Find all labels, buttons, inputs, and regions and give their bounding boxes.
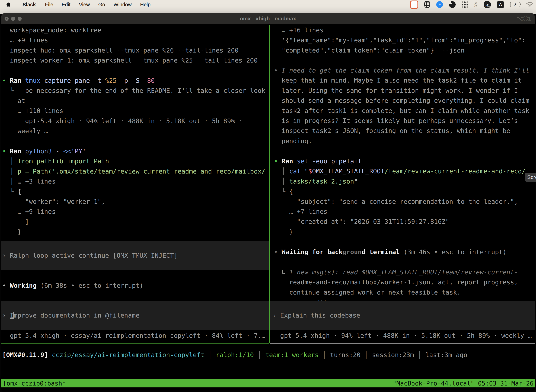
text-run: (3m 46s • esc to interrupt) [404,248,507,256]
terminal-line: › Ralph loop active continue [OMX_TMUX_I… [2,250,178,261]
zoom-button[interactable] [18,17,22,21]
text-run: " [354,178,358,185]
text-run: session:23m [372,351,414,359]
terminal-line: … +110 lines [2,106,265,116]
left-pane-ran-python: • Ran python3 - <<'PY' │ from pathlib im… [2,146,265,237]
text-run: cat [289,168,305,175]
text-run: capture-pane [44,77,94,84]
terminal-line: └ { [2,187,265,196]
left-prompt-input[interactable]: › Improve documentation in @filename [1,301,269,330]
text-run: OMX_TEAM_STATE_ROOT [312,168,385,175]
terminal-line: • Ran python3 - <<'PY' [2,146,265,156]
terminal-line: should send a message before completing … [274,96,529,106]
text-run: workspace_mode: worktree [2,27,101,34]
text-run: continue assigned work or next feasible … [274,289,461,296]
terminal-line: │ p = Path('.omx/state/team/review-curre… [2,166,265,176]
text-run: … +3 lines [18,178,56,185]
chat-app-icon[interactable] [410,0,418,9]
keyboard-shield-icon[interactable] [424,1,430,8]
terminal-line: gpt-5.4 xhigh · 94% left · 488K in · 5.1… [2,116,265,126]
text-run: Explain this codebase [280,312,360,319]
text-run: tasks/task-2.json [289,178,354,185]
right-model-status-line: gpt-5.4 xhigh · 94% left · 488K in · 5.1… [273,331,532,341]
text-run: Ralph loop active continue [OMX_TMUX_INJ… [10,252,178,259]
menu-item-window[interactable]: Window [109,2,136,8]
tmux-session-window[interactable]: [omx-cczip0:bash* [3,379,66,387]
terminal-line: later. Using the same for transition mig… [274,85,529,96]
text-run: $ [308,168,312,175]
text-run: /team/review-current-readme-and-reco/ [385,168,526,175]
window-title: omx --xhigh --madmax [240,16,296,22]
menu-item-go[interactable]: Go [94,2,109,8]
text-run: • [274,158,282,165]
text-run: Ran [282,158,297,165]
battery-charging-icon[interactable]: ⚡ [510,2,520,7]
terminal-line: inspect task2's JSON, focusing on the st… [274,126,529,136]
text-run: Ran [10,148,25,155]
menu-item-app[interactable]: Slack [18,2,41,8]
terminal-line: readme-and-reco/mailbox/worker-1.json, a… [274,277,518,287]
left-working-status: • Working (6m 38s • esc to interrupt) [2,280,143,290]
text-run: weekly … [2,127,48,135]
text-run: │ [254,351,265,359]
left-model-status-line: gpt-5.4 xhigh · essay/ai-reimplementatio… [2,331,265,341]
terminal-line: task2 after task1 is complete, but can I… [274,106,529,116]
pane-divider-vertical[interactable] [269,25,270,343]
messenger-icon[interactable]: ⚡ [436,1,443,8]
terminal-line: pending. [274,136,529,146]
text-run: • [2,148,10,155]
terminal-line: "subject": "send a concise recommendatio… [274,196,526,206]
terminal-line: at [2,96,265,106]
tmux-host-clock: "MacBook-Pro-44.local" 05:03 31-Mar-26 [393,379,534,387]
text-run: set [297,158,312,165]
terminal-line: › Explain this codebase [273,310,360,320]
window-shortcut-badge: ⌥⌘1 [517,15,531,22]
text-run: … +110 lines [2,107,63,114]
grid-dots-icon[interactable] [462,1,468,8]
text-run: %25 [105,77,120,84]
text-run: task2 after task1 is complete, but can I… [274,107,529,114]
pane-border-bottom-left [1,343,269,344]
text-run: [OMX#0.11.9] [2,351,48,359]
menu-item-view[interactable]: View [75,2,94,8]
text-run: ralph:1/10 [216,351,254,359]
disk-usage-icon[interactable] [449,1,456,8]
text-run: be necessary for the end of the README. … [25,87,265,94]
terminal-line: │ cat "$OMX_TEAM_STATE_ROOT/team/review-… [274,166,526,176]
text-run: │ [2,178,18,185]
minimize-button[interactable] [11,17,15,21]
menu-item-edit[interactable]: Edit [57,2,75,8]
squiggle-icon[interactable]: § [474,1,478,8]
wifi-icon[interactable] [526,2,534,7]
terminal-line: … +16 lines [274,25,526,35]
left-ralph-loop-banner: › Ralph loop active continue [OMX_TMUX_I… [1,241,269,270]
text-run: tmux [25,77,44,84]
menu-item-file[interactable]: File [41,2,57,8]
terminal-line: "completed","claim_token":"claim-token"}… [274,45,526,55]
text-run: -t [94,77,105,84]
input-source-icon[interactable]: A [497,1,504,8]
close-button[interactable] [5,17,9,21]
menu-item-help[interactable]: Help [136,2,155,8]
terminal-line: "worker": "worker-1", [2,196,265,206]
terminal-line: └ be necessary for the end of the README… [2,85,265,96]
text-run: is in progress? It seems likely but perh… [274,117,518,124]
right-prompt-input[interactable]: › Explain this codebase [270,301,535,330]
apple-menu-icon[interactable] [6,2,12,8]
text-run: keep that in mind. Maybe I also need the… [274,77,522,84]
menu-bar-status-icons: ⚡ § ..61 A ⚡ [410,0,534,9]
terminal-line: │ … +3 lines [2,176,265,186]
terminal-line: inspect_worker-1: omx sparkshell --tmux-… [2,55,258,65]
terminal-line: inspect_hud: omx sparkshell --tmux-pane … [2,45,258,55]
right-thinking-paragraph: • I need to get the claim token from the… [274,65,529,146]
terminal-line: continue assigned work or next feasible … [274,287,518,297]
text-run: team:1 workers [265,351,319,359]
terminal-line: › Improve documentation in @filename [2,310,139,320]
text-run: gpt-5.4 xhigh · essay/ai-reimplementatio… [2,332,265,339]
text-run: ] [2,218,29,225]
text-run: (6m 38s • esc to interrupt) [40,282,143,289]
countdown-badge-icon[interactable]: ..61 [483,1,491,8]
screenshot-overlay-chip[interactable]: Scre [525,173,536,182]
window-title-bar[interactable]: omx --xhigh --madmax ⌥⌘1 [1,13,535,24]
terminal-line: … +7 lines [274,206,526,217]
